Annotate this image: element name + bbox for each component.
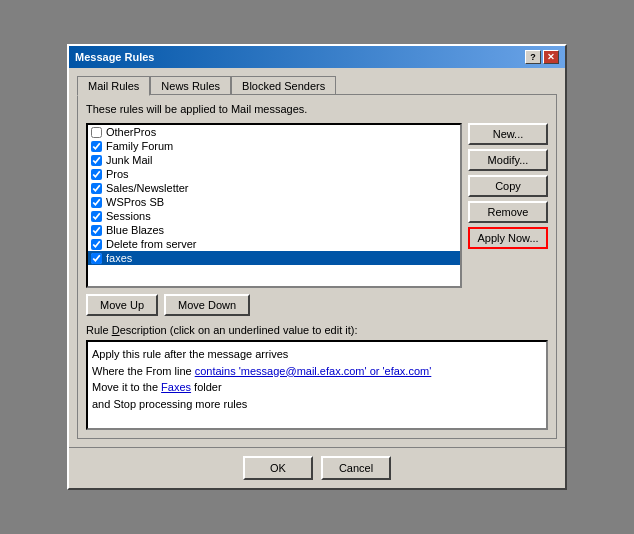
description-text: These rules will be applied to Mail mess… <box>86 103 548 115</box>
rule-desc-box: Apply this rule after the message arrive… <box>86 340 548 430</box>
action-buttons: New... Modify... Copy Remove Apply Now..… <box>468 123 548 288</box>
dialog-body: Mail Rules News Rules Blocked Senders Th… <box>69 68 565 447</box>
cancel-button[interactable]: Cancel <box>321 456 391 480</box>
list-item[interactable]: Sales/Newsletter <box>88 181 460 195</box>
list-item[interactable]: faxes <box>88 251 460 265</box>
list-item[interactable]: OtherPros <box>88 125 460 139</box>
main-area: OtherProsFamily ForumJunk MailProsSales/… <box>86 123 548 288</box>
rules-listbox[interactable]: OtherProsFamily ForumJunk MailProsSales/… <box>86 123 462 288</box>
move-up-button[interactable]: Move Up <box>86 294 158 316</box>
rule-checkbox[interactable] <box>91 225 102 236</box>
dialog-footer: OK Cancel <box>69 447 565 488</box>
rule-link[interactable]: contains 'message@mail.efax.com' or 'efa… <box>195 365 432 377</box>
rule-checkbox[interactable] <box>91 239 102 250</box>
list-item[interactable]: Family Forum <box>88 139 460 153</box>
close-button[interactable]: ✕ <box>543 50 559 64</box>
rule-checkbox[interactable] <box>91 169 102 180</box>
dialog-title: Message Rules <box>75 51 154 63</box>
move-down-button[interactable]: Move Down <box>164 294 250 316</box>
tab-content: These rules will be applied to Mail mess… <box>77 94 557 439</box>
list-item[interactable]: Delete from server <box>88 237 460 251</box>
remove-button[interactable]: Remove <box>468 201 548 223</box>
tabs: Mail Rules News Rules Blocked Senders <box>77 76 557 95</box>
list-item[interactable]: WSPros SB <box>88 195 460 209</box>
help-button[interactable]: ? <box>525 50 541 64</box>
list-area: OtherProsFamily ForumJunk MailProsSales/… <box>86 123 462 288</box>
tab-mail-rules[interactable]: Mail Rules <box>77 76 150 96</box>
message-rules-dialog: Message Rules ? ✕ Mail Rules News Rules … <box>67 44 567 490</box>
apply-now-button[interactable]: Apply Now... <box>468 227 548 249</box>
tab-news-rules[interactable]: News Rules <box>150 76 231 95</box>
list-item[interactable]: Blue Blazes <box>88 223 460 237</box>
rule-checkbox[interactable] <box>91 155 102 166</box>
rule-checkbox[interactable] <box>91 253 102 264</box>
new-button[interactable]: New... <box>468 123 548 145</box>
rule-checkbox[interactable] <box>91 211 102 222</box>
move-buttons: Move Up Move Down <box>86 294 548 316</box>
title-bar: Message Rules ? ✕ <box>69 46 565 68</box>
rule-checkbox[interactable] <box>91 197 102 208</box>
rule-checkbox[interactable] <box>91 183 102 194</box>
ok-button[interactable]: OK <box>243 456 313 480</box>
modify-button[interactable]: Modify... <box>468 149 548 171</box>
list-item[interactable]: Sessions <box>88 209 460 223</box>
rule-link[interactable]: Faxes <box>161 381 191 393</box>
list-item[interactable]: Junk Mail <box>88 153 460 167</box>
tab-blocked-senders[interactable]: Blocked Senders <box>231 76 336 95</box>
rule-checkbox[interactable] <box>91 141 102 152</box>
rule-desc-label: Rule Description (click on an underlined… <box>86 324 548 336</box>
title-bar-buttons: ? ✕ <box>525 50 559 64</box>
list-item[interactable]: Pros <box>88 167 460 181</box>
copy-button[interactable]: Copy <box>468 175 548 197</box>
rule-checkbox[interactable] <box>91 127 102 138</box>
